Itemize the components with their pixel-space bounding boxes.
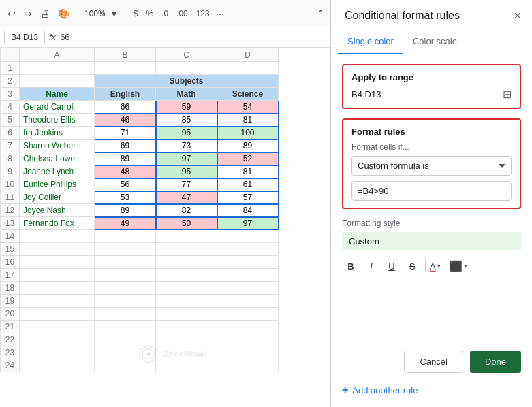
tab-color-scale[interactable]: Color scale [403,29,467,54]
cell-a[interactable]: Joyce Nash [20,204,95,217]
cell-d[interactable] [217,230,279,243]
num123-button[interactable]: 123 [194,8,212,19]
cell-b[interactable]: 46 [95,114,156,127]
cell-c[interactable] [156,321,217,333]
cell-c[interactable]: 82 [156,204,217,217]
cell-reference[interactable] [4,31,45,44]
cell-a[interactable] [20,282,95,295]
cell-c[interactable] [156,282,217,295]
cell-a[interactable]: Theodore Ellis [20,114,95,127]
cell-a[interactable] [20,75,95,88]
cell-c[interactable]: 47 [156,191,217,204]
cell-b[interactable]: 66 [95,101,156,114]
undo-icon[interactable]: ↩ [5,7,18,20]
cell-b[interactable] [95,269,156,282]
cell-a[interactable]: Chelsea Lowe [20,152,95,165]
add-rule-button[interactable]: + Add another rule [331,378,532,407]
cell-a[interactable] [20,308,95,321]
cell-c[interactable]: 59 [156,101,217,114]
paint-format-icon[interactable]: 🎨 [56,7,72,20]
cell-c[interactable]: 95 [156,165,217,178]
cell-d[interactable]: 89 [217,140,279,152]
zoom-selector[interactable]: 100% [84,9,106,18]
cell-b[interactable]: 89 [95,204,156,217]
cell-d[interactable] [217,333,279,346]
col-header-c[interactable]: C [156,48,217,62]
done-button[interactable]: Done [470,351,521,373]
cancel-button[interactable]: Cancel [404,351,463,373]
cell-d[interactable] [217,295,279,308]
cell-a[interactable] [20,256,95,269]
cell-a[interactable]: Gerard Carroll [20,101,95,114]
format-condition-dropdown[interactable]: Custom formula is Is empty Is not empty … [351,156,512,176]
cell-b[interactable]: 89 [95,152,156,165]
cell-d[interactable] [217,321,279,333]
cell-c[interactable] [156,62,217,75]
cell-d[interactable]: 84 [217,204,279,217]
cell-d[interactable]: 61 [217,178,279,191]
redo-icon[interactable]: ↪ [22,7,34,20]
cell-d[interactable] [217,359,279,372]
cell-c[interactable]: 77 [156,178,217,191]
cell-b[interactable]: 53 [95,191,156,204]
cell-a[interactable] [20,346,95,359]
cell-c[interactable] [156,243,217,256]
cf-close-button[interactable]: × [514,10,521,22]
cell-a[interactable] [20,333,95,346]
cell-b[interactable] [95,243,156,256]
cell-c[interactable] [156,256,217,269]
cell-b[interactable] [95,308,156,321]
cell-c[interactable]: 50 [156,217,217,230]
cell-c[interactable] [156,295,217,308]
grid-container[interactable]: A B C D 12Subjects3NameEnglishMathScienc… [0,48,330,407]
cell-d[interactable]: 97 [217,217,279,230]
cell-a[interactable]: Ira Jenkins [20,127,95,140]
cell-c[interactable] [156,308,217,321]
cell-d[interactable] [217,243,279,256]
cell-d[interactable]: 100 [217,127,279,140]
strikethrough-button[interactable]: S [403,257,421,275]
cell-a[interactable]: Name [20,88,95,101]
col-header-b[interactable]: B [95,48,156,62]
cell-a[interactable]: Joy Collier [20,191,95,204]
cell-c[interactable]: 97 [156,152,217,165]
cell-b[interactable] [95,295,156,308]
print-icon[interactable]: 🖨 [38,7,52,20]
cell-b[interactable] [95,282,156,295]
bold-button[interactable]: B [342,257,360,275]
currency-button[interactable]: $ [131,8,140,19]
cell-a[interactable] [20,359,95,372]
cell-b[interactable] [95,230,156,243]
cell-b[interactable] [95,62,156,75]
decimal0-button[interactable]: .0 [159,8,170,19]
cell-b[interactable]: 71 [95,127,156,140]
collapse-icon[interactable]: ⌃ [317,8,325,19]
cell-c[interactable] [156,230,217,243]
tab-single-color[interactable]: Single color [338,29,403,54]
cell-d[interactable] [217,308,279,321]
cell-d[interactable] [217,269,279,282]
cell-a[interactable]: Eunice Phillips [20,178,95,191]
select-range-icon[interactable]: ⊞ [503,88,512,101]
range-value[interactable]: B4:D13 [351,89,381,99]
cell-a[interactable] [20,269,95,282]
cell-d[interactable]: 81 [217,165,279,178]
cell-c[interactable]: 73 [156,140,217,152]
cell-b[interactable]: 48 [95,165,156,178]
italic-button[interactable]: I [362,257,380,275]
cell-c[interactable]: 95 [156,127,217,140]
cell-a[interactable] [20,62,95,75]
cell-b[interactable] [95,321,156,333]
cell-c[interactable]: 85 [156,114,217,127]
cell-a[interactable]: Sharon Weber [20,140,95,152]
cell-b[interactable]: 69 [95,140,156,152]
cell-b[interactable]: 56 [95,178,156,191]
cell-c[interactable]: Math [156,88,217,101]
cell-d[interactable] [217,282,279,295]
col-header-a[interactable]: A [20,48,95,62]
formula-input[interactable] [60,32,326,42]
zoom-chevron-icon[interactable]: ▾ [110,7,119,20]
percent-button[interactable]: % [144,8,155,19]
more-formats-button[interactable]: ··· [216,7,225,19]
cell-b[interactable] [95,256,156,269]
